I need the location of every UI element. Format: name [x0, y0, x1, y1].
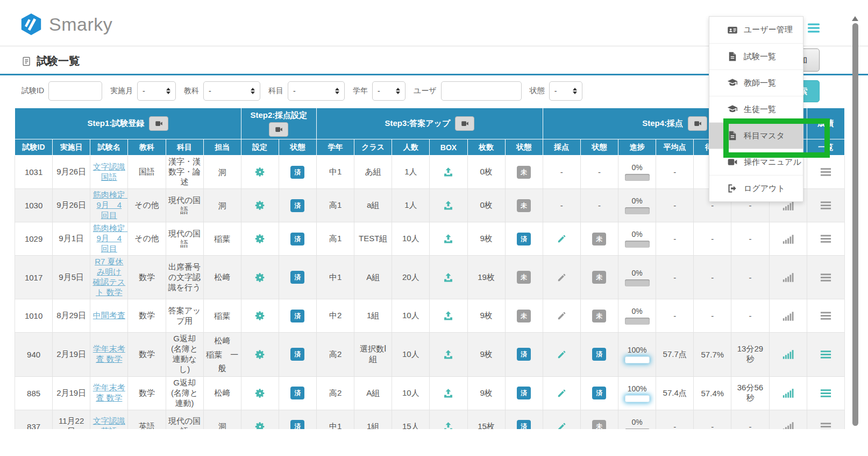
gear-icon[interactable] — [254, 388, 266, 399]
pencil-icon[interactable] — [557, 349, 567, 360]
pencil-icon[interactable] — [557, 234, 567, 244]
class-cell: 選択数Ⅰ組 — [354, 333, 392, 377]
exam-name-link[interactable]: 筋肉検定 9月 4回目 — [93, 223, 128, 253]
id-card-icon — [727, 25, 738, 36]
bars-icon[interactable] — [820, 166, 832, 178]
status-badge-pending: 未 — [517, 271, 531, 284]
signal-icon — [782, 271, 794, 283]
result-graph-cell — [769, 222, 807, 256]
gear-icon[interactable] — [254, 421, 266, 430]
upload-icon[interactable] — [443, 200, 454, 211]
selected-value: - — [209, 87, 211, 95]
exam-name-cell: 文字認識 国語 — [90, 156, 128, 189]
scrollbar-thumb[interactable] — [852, 23, 858, 426]
scroll-up-arrow-icon[interactable] — [852, 16, 858, 21]
bars-icon[interactable] — [820, 387, 832, 399]
exam-name-link[interactable]: 筋肉検定 9月 4回目 — [93, 190, 128, 220]
exam-name-link[interactable]: 中間考査 — [93, 311, 125, 320]
progress-cell: 0% — [618, 156, 656, 189]
exam-name-link[interactable]: 学年末考査 数学 — [93, 383, 125, 402]
menu-item-ユーザー管理[interactable]: ユーザー管理 — [709, 17, 803, 43]
exam-name-cell: 筋肉検定 9月 4回目 — [90, 189, 128, 222]
row-menu-cell — [807, 410, 844, 429]
upload-icon[interactable] — [443, 388, 454, 399]
bars-icon[interactable] — [820, 420, 832, 430]
settings-cell — [241, 299, 279, 333]
exam-id-cell: 1010 — [15, 299, 53, 333]
upload-icon[interactable] — [443, 310, 454, 321]
upload-icon[interactable] — [443, 349, 454, 360]
upload-icon[interactable] — [443, 421, 454, 430]
selected-value: - — [378, 87, 380, 95]
upload-icon[interactable] — [443, 233, 454, 244]
menu-item-試験一覧[interactable]: 試験一覧 — [709, 43, 803, 69]
bars-icon[interactable] — [820, 271, 832, 284]
exam-name-link[interactable]: 文字認識 英語 — [93, 416, 125, 429]
filter-input-ユーザ[interactable] — [441, 81, 522, 101]
video-tutorial-button[interactable] — [149, 116, 168, 131]
video-tutorial-button[interactable] — [455, 116, 474, 131]
upload-icon[interactable] — [443, 272, 454, 283]
menu-item-教師一覧[interactable]: 教師一覧 — [709, 69, 803, 96]
progress-value: 0% — [621, 418, 653, 426]
teacher-cell: 洞 — [203, 410, 241, 429]
result-graph-cell — [769, 376, 807, 410]
exam-date-cell: 9月26日 — [53, 189, 90, 222]
exam-name-link[interactable]: R7 夏休み明け 確認テスト 数学 — [93, 257, 125, 297]
filter-input-試験ID[interactable] — [48, 81, 102, 101]
bars-icon[interactable] — [820, 310, 832, 322]
exam-row-1029: 10299月1日筋肉検定 9月 4回目その他現代の国語稲葉済高1TEST組10人… — [15, 222, 845, 256]
exam-name-link[interactable]: 文字認識 国語 — [93, 162, 125, 181]
column-header-枚数: 枚数 — [467, 139, 505, 156]
video-tutorial-button[interactable] — [688, 116, 707, 131]
upload-status-cell: 未 — [505, 299, 543, 333]
grading-time-cell: - — [731, 256, 769, 299]
menu-item-科目マスタ[interactable]: 科目マスタ — [709, 122, 803, 149]
menu-item-label: ユーザー管理 — [744, 25, 793, 35]
bars-icon[interactable] — [820, 348, 832, 361]
signal-icon[interactable] — [782, 387, 794, 399]
gear-icon[interactable] — [254, 166, 266, 178]
status-badge-pending: 未 — [517, 166, 531, 179]
exam-name-cell: 中間考査 — [90, 299, 128, 333]
filter-select-教科[interactable]: - — [203, 81, 260, 101]
hamburger-menu-button[interactable] — [806, 22, 822, 34]
video-tutorial-button[interactable] — [269, 122, 288, 137]
vertical-scrollbar[interactable] — [851, 15, 859, 454]
column-header-学年: 学年 — [317, 139, 354, 156]
gear-icon[interactable] — [254, 233, 266, 244]
gear-icon[interactable] — [254, 349, 266, 360]
document-icon — [22, 55, 32, 68]
signal-icon[interactable] — [782, 348, 794, 360]
bars-icon[interactable] — [820, 199, 832, 212]
grading-cell — [543, 222, 580, 256]
grade-cell: 中2 — [317, 299, 354, 333]
upload-icon[interactable] — [443, 166, 454, 178]
column-header-設定: 設定 — [241, 139, 279, 156]
exam-name-link[interactable]: 学年末考査 数学 — [93, 344, 125, 363]
progress-value: 0% — [621, 163, 653, 172]
grade-cell: 中1 — [317, 156, 354, 189]
gear-icon[interactable] — [254, 310, 266, 321]
signal-icon — [782, 310, 794, 322]
status-badge-pending: 未 — [592, 420, 606, 429]
filter-select-実施月[interactable]: - — [137, 81, 176, 101]
class-cell: TEST組 — [354, 222, 392, 256]
average-score-cell: - — [656, 156, 694, 189]
filter-label: 教科 — [184, 86, 199, 96]
filter-select-科目[interactable]: - — [288, 81, 345, 101]
bars-icon[interactable] — [820, 233, 832, 245]
pencil-icon[interactable] — [557, 422, 567, 429]
filter-select-学年[interactable]: - — [372, 81, 405, 101]
filter-select-状態[interactable]: - — [549, 81, 582, 101]
progress-bar — [625, 241, 650, 248]
gear-icon[interactable] — [254, 272, 266, 283]
menu-item-操作マニュアル[interactable]: 操作マニュアル — [709, 149, 803, 175]
menu-item-生徒一覧[interactable]: 生徒一覧 — [709, 96, 803, 122]
filter-試験ID: 試験ID — [22, 81, 102, 101]
menu-item-ログアウト[interactable]: ログアウト — [709, 175, 803, 201]
pencil-icon[interactable] — [557, 388, 567, 398]
topic-cell: G返却(名簿と連動なし) — [166, 333, 203, 377]
grading-cell — [543, 256, 580, 299]
gear-icon[interactable] — [254, 200, 266, 211]
